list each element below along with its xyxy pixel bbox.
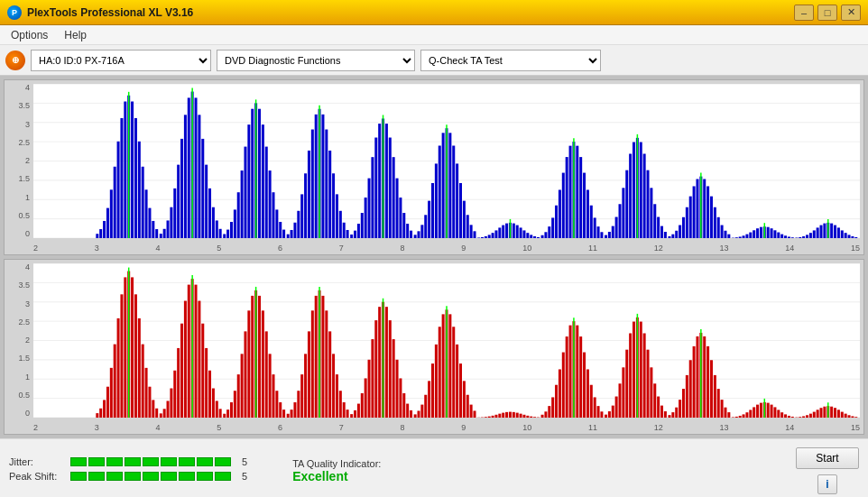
jitter-value: 5 [242, 456, 247, 467]
peak-bar-8 [197, 472, 213, 481]
menu-options[interactable]: Options [4, 27, 55, 43]
start-button[interactable]: Start [796, 447, 859, 469]
function-select[interactable]: DVD Diagnostic Functions [217, 50, 415, 71]
x-label: 3 [95, 423, 99, 432]
peak-shift-row: Peak Shift: 5 [9, 471, 247, 482]
x-label: 14 [785, 423, 794, 432]
x-label: 9 [461, 244, 466, 253]
toolbar: ⊕ HA:0 ID:0 PX-716A DVD Diagnostic Funct… [0, 45, 868, 76]
x-label: 11 [588, 423, 597, 432]
jitter-bars [70, 457, 231, 466]
x-label: 15 [851, 423, 860, 432]
peak-bar-7 [179, 472, 195, 481]
top-chart-y-axis: 4 3.5 3 2.5 2 1.5 1 0.5 0 [5, 84, 32, 238]
x-label: 5 [217, 423, 221, 432]
action-buttons: Start i [796, 447, 859, 494]
x-label: 11 [588, 244, 597, 253]
x-label: 2 [33, 423, 38, 432]
top-chart-x-axis: 2 3 4 5 6 7 8 9 10 11 12 13 14 15 [33, 244, 860, 253]
info-button[interactable]: i [817, 474, 837, 494]
x-label: 10 [522, 423, 531, 432]
drive-select[interactable]: HA:0 ID:0 PX-716A [31, 50, 211, 71]
x-label: 2 [33, 244, 38, 253]
top-chart-wrapper: 4 3.5 3 2.5 2 1.5 1 0.5 0 2 3 4 5 6 7 8 … [4, 79, 864, 255]
peak-bar-6 [161, 472, 177, 481]
bottom-panel: Jitter: 5 Peak Shift: [0, 438, 868, 497]
drive-icon: ⊕ [5, 51, 25, 70]
x-label: 13 [719, 244, 728, 253]
x-label: 4 [156, 244, 161, 253]
y-label-25: 2.5 [18, 139, 30, 147]
menu-bar: Options Help [0, 25, 868, 45]
x-label: 14 [785, 244, 794, 253]
x-label: 13 [719, 423, 728, 432]
y-label-3: 3 [25, 121, 30, 129]
peak-bar-3 [106, 472, 123, 481]
ta-quality-section: TA Quality Indicator: Excellent [292, 458, 381, 483]
y-label-35: 3.5 [18, 102, 30, 110]
ta-quality-value: Excellent [292, 469, 347, 483]
jitter-bar-7 [179, 457, 195, 466]
jitter-row: Jitter: 5 [9, 456, 247, 467]
peak-bar-4 [125, 472, 141, 481]
x-label: 4 [156, 423, 161, 432]
charts-container: 4 3.5 3 2.5 2 1.5 1 0.5 0 2 3 4 5 6 7 8 … [0, 76, 868, 438]
x-label: 3 [95, 244, 99, 253]
y-label-15: 1.5 [18, 175, 30, 183]
y-label-0: 0 [25, 230, 30, 238]
jitter-bar-9 [215, 457, 231, 466]
test-select[interactable]: Q-Check TA Test [420, 50, 601, 71]
ta-quality-label: TA Quality Indicator: [292, 458, 381, 469]
jitter-bar-3 [106, 457, 123, 466]
app-icon: P [7, 5, 22, 20]
maximize-button[interactable]: □ [817, 5, 837, 21]
y-label-4: 4 [25, 84, 30, 92]
x-label: 9 [461, 423, 466, 432]
peak-shift-bars [70, 472, 231, 481]
jitter-bar-5 [143, 457, 159, 466]
y-label-05: 0.5 [18, 212, 30, 220]
peak-bar-9 [215, 472, 231, 481]
window-controls: – □ ✕ [794, 5, 861, 21]
x-label: 7 [339, 423, 344, 432]
y-label-2: 2 [25, 157, 30, 165]
top-chart-canvas-area [33, 84, 860, 238]
jitter-bar-6 [161, 457, 177, 466]
bottom-chart-wrapper: 4 3.5 3 2.5 2 1.5 1 0.5 0 2 3 4 5 6 7 8 … [4, 259, 864, 435]
jitter-bar-8 [197, 457, 213, 466]
peak-shift-label: Peak Shift: [9, 471, 63, 482]
jitter-bar-1 [70, 457, 87, 466]
bottom-chart-canvas-area [33, 263, 860, 418]
x-label: 5 [217, 244, 221, 253]
menu-help[interactable]: Help [57, 27, 94, 43]
x-label: 8 [401, 423, 405, 432]
bottom-chart-x-axis: 2 3 4 5 6 7 8 9 10 11 12 13 14 15 [33, 423, 860, 432]
title-bar-left: P PlexTools Professional XL V3.16 [7, 5, 193, 20]
peak-bar-1 [70, 472, 87, 481]
x-label: 15 [851, 244, 860, 253]
y-label-1: 1 [25, 194, 30, 202]
jitter-label: Jitter: [9, 456, 63, 467]
x-label: 10 [522, 244, 531, 253]
peak-bar-2 [88, 472, 105, 481]
app-title: PlexTools Professional XL V3.16 [27, 6, 193, 19]
close-button[interactable]: ✕ [841, 5, 861, 21]
jitter-bar-2 [88, 457, 105, 466]
x-label: 7 [339, 244, 344, 253]
x-label: 12 [654, 244, 663, 253]
bottom-chart-y-axis: 4 3.5 3 2.5 2 1.5 1 0.5 0 [5, 263, 32, 418]
x-label: 12 [654, 423, 663, 432]
metrics-section: Jitter: 5 Peak Shift: [9, 456, 247, 485]
jitter-bar-4 [125, 457, 141, 466]
peak-bar-5 [143, 472, 159, 481]
bottom-chart-canvas [33, 263, 860, 418]
x-label: 8 [401, 244, 405, 253]
minimize-button[interactable]: – [794, 5, 814, 21]
x-label: 6 [278, 423, 282, 432]
top-chart-canvas [33, 84, 860, 238]
x-label: 6 [278, 244, 282, 253]
peak-shift-value: 5 [242, 471, 247, 482]
title-bar: P PlexTools Professional XL V3.16 – □ ✕ [0, 0, 868, 25]
